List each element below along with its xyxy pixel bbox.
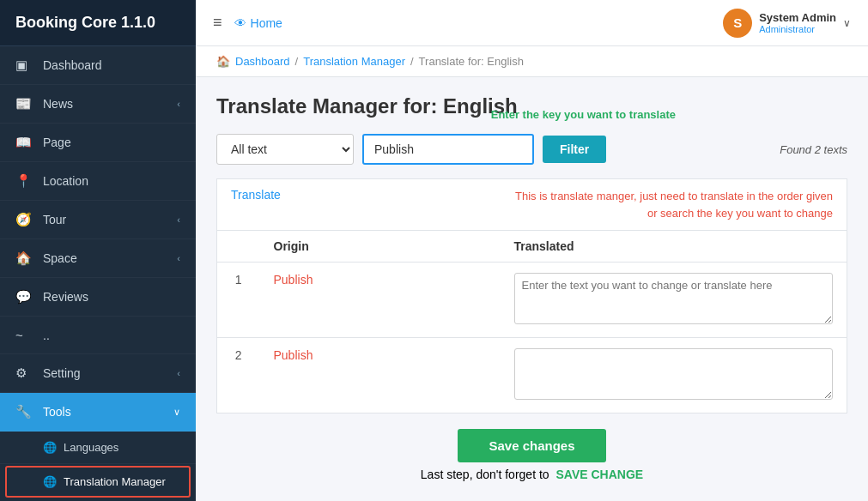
sidebar-item-label: Tools bbox=[43, 405, 173, 419]
breadcrumb: 🏠 Dashboard / Translation Manager / Tran… bbox=[196, 46, 868, 77]
breadcrumb-translation-manager[interactable]: Translation Manager bbox=[303, 55, 405, 68]
chevron-down-icon: ∨ bbox=[173, 407, 180, 418]
row-origin: Publish bbox=[260, 338, 501, 413]
translate-textarea-2[interactable] bbox=[514, 348, 834, 400]
origin-text: Publish bbox=[274, 348, 313, 362]
found-count: Found 2 texts bbox=[780, 143, 847, 156]
sidebar-item-dots[interactable]: ~ .. bbox=[0, 317, 196, 354]
last-step-text: Last step, don't forget to SAVE CHANGE bbox=[421, 468, 643, 481]
breadcrumb-dashboard[interactable]: Dashboard bbox=[235, 55, 290, 68]
topbar-right: S System Admin Administrator ∨ bbox=[723, 9, 851, 38]
sidebar-item-translation-manager[interactable]: 🌐 Translation Manager bbox=[5, 466, 191, 498]
translation-manager-label: Translation Manager bbox=[64, 475, 166, 488]
avatar: S bbox=[723, 9, 752, 38]
sidebar-item-setting[interactable]: ⚙ Setting ‹ bbox=[0, 354, 196, 393]
eye-icon: 👁 bbox=[234, 16, 246, 30]
setting-icon: ⚙ bbox=[15, 365, 33, 381]
row-origin: Publish bbox=[260, 263, 501, 338]
location-icon: 📍 bbox=[15, 173, 33, 189]
user-dropdown-icon[interactable]: ∨ bbox=[843, 17, 851, 29]
annotation-text: Enter the key you want to translate bbox=[491, 108, 676, 121]
sidebar-item-label: Location bbox=[43, 174, 180, 188]
main-area: ≡ 👁 Home S System Admin Administrator ∨ … bbox=[196, 0, 868, 501]
sidebar-item-label: Tour bbox=[43, 213, 177, 226]
col-header-num bbox=[217, 231, 260, 263]
save-row: Save changes Last step, don't forget to … bbox=[216, 429, 847, 481]
sidebar: Booking Core 1.1.0 ▣ Dashboard 📰 News ‹ … bbox=[0, 0, 196, 501]
filter-button[interactable]: Filter bbox=[543, 136, 606, 163]
sidebar-item-tour[interactable]: 🧭 Tour ‹ bbox=[0, 201, 196, 239]
globe-icon: 🌐 bbox=[43, 475, 57, 488]
app-logo: Booking Core 1.1.0 bbox=[0, 0, 196, 46]
info-bar: Translate This is translate manger, just… bbox=[216, 178, 847, 230]
user-role: Administrator bbox=[759, 24, 836, 34]
table-row: 1 Publish bbox=[217, 263, 847, 338]
chevron-icon: ‹ bbox=[177, 253, 180, 263]
search-input[interactable] bbox=[362, 134, 534, 165]
tour-icon: 🧭 bbox=[15, 212, 33, 227]
space-icon: 🏠 bbox=[15, 250, 33, 266]
filter-row: All text Filter Found 2 texts bbox=[216, 134, 847, 165]
sidebar-item-label: Page bbox=[43, 136, 180, 149]
home-link[interactable]: 👁 Home bbox=[234, 16, 282, 30]
origin-text: Publish bbox=[274, 273, 313, 287]
sidebar-item-languages[interactable]: 🌐 Languages bbox=[0, 432, 196, 464]
sidebar-item-label: Reviews bbox=[43, 290, 180, 304]
topbar-left: ≡ 👁 Home bbox=[213, 14, 723, 32]
breadcrumb-current: Translate for: English bbox=[419, 55, 524, 68]
chevron-icon: ‹ bbox=[177, 99, 180, 109]
row-num: 2 bbox=[217, 338, 260, 413]
save-action-label: SAVE CHANGE bbox=[556, 468, 644, 481]
breadcrumb-sep1: / bbox=[295, 55, 299, 68]
row-num: 1 bbox=[217, 263, 260, 338]
col-header-translated: Translated bbox=[501, 231, 847, 263]
dots-icon: ~ bbox=[15, 328, 33, 342]
sidebar-item-reviews[interactable]: 💬 Reviews bbox=[0, 278, 196, 317]
sidebar-item-dashboard[interactable]: ▣ Dashboard bbox=[0, 46, 196, 85]
sidebar-item-label: Setting bbox=[43, 366, 177, 380]
tools-icon: 🔧 bbox=[15, 404, 33, 420]
sidebar-item-news[interactable]: 📰 News ‹ bbox=[0, 85, 196, 124]
sidebar-item-tools[interactable]: 🔧 Tools ∨ bbox=[0, 393, 196, 432]
breadcrumb-sep2: / bbox=[410, 55, 414, 68]
table-row: 2 Publish bbox=[217, 338, 847, 413]
col-header-origin: Origin bbox=[260, 231, 501, 263]
sidebar-item-label: Dashboard bbox=[43, 58, 180, 72]
topbar: ≡ 👁 Home S System Admin Administrator ∨ bbox=[196, 0, 868, 46]
info-note: This is translate manger, just need to t… bbox=[507, 188, 833, 221]
home-icon: 🏠 bbox=[216, 55, 230, 68]
translation-table: Origin Translated 1 Publish 2 bbox=[216, 230, 847, 413]
user-info: System Admin Administrator bbox=[759, 11, 836, 34]
page-icon: 📖 bbox=[15, 135, 33, 150]
sidebar-item-label: Space bbox=[43, 251, 177, 265]
sidebar-item-label: News bbox=[43, 97, 177, 111]
globe-icon: 🌐 bbox=[43, 441, 57, 454]
translate-textarea-1[interactable] bbox=[514, 273, 834, 324]
sidebar-item-page[interactable]: 📖 Page bbox=[0, 124, 196, 162]
sidebar-item-location[interactable]: 📍 Location bbox=[0, 162, 196, 201]
content-area: Translate Manager for: English Enter the… bbox=[196, 77, 868, 501]
user-name: System Admin bbox=[759, 11, 836, 24]
sidebar-item-space[interactable]: 🏠 Space ‹ bbox=[0, 239, 196, 278]
news-icon: 📰 bbox=[15, 96, 33, 112]
dashboard-icon: ▣ bbox=[15, 57, 33, 73]
chevron-icon: ‹ bbox=[177, 368, 180, 378]
languages-label: Languages bbox=[64, 441, 118, 454]
row-translated bbox=[501, 338, 847, 413]
home-label: Home bbox=[251, 16, 282, 30]
text-type-select[interactable]: All text bbox=[216, 134, 354, 165]
save-button[interactable]: Save changes bbox=[458, 429, 605, 462]
chevron-icon: ‹ bbox=[177, 214, 180, 225]
row-translated bbox=[501, 263, 847, 338]
translate-label: Translate bbox=[231, 188, 281, 202]
reviews-icon: 💬 bbox=[15, 289, 33, 305]
last-step-label: Last step, don't forget to bbox=[421, 468, 549, 481]
sidebar-item-label: .. bbox=[43, 329, 180, 342]
hamburger-icon[interactable]: ≡ bbox=[213, 14, 222, 32]
